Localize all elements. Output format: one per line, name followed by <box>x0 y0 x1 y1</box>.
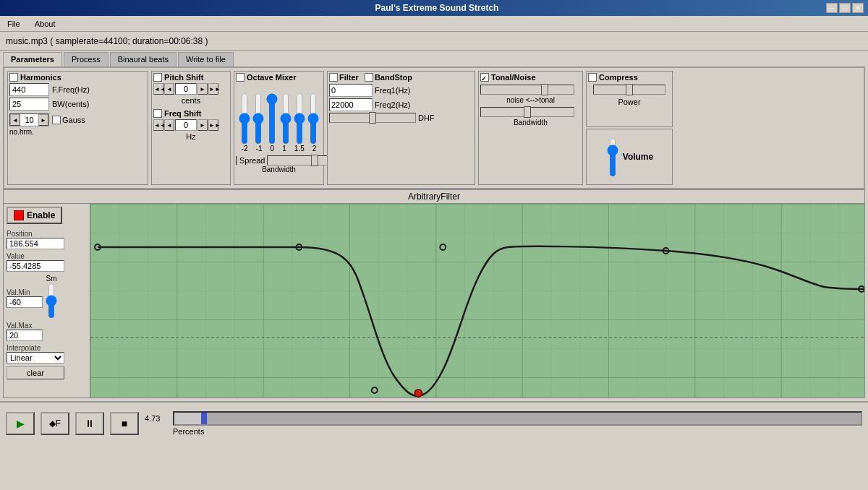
pitch-left-left-button[interactable]: ◄◄ <box>153 83 163 95</box>
file-info: music.mp3 ( samplerate=44100; duration=0… <box>0 32 868 51</box>
valmin-label: Val.Min <box>7 288 43 296</box>
window-title: Paul's Extreme Sound Stretch <box>48 3 826 13</box>
progress-label: Percents <box>145 427 862 436</box>
octave-label-2: 2 <box>312 145 317 152</box>
freqshift-unit: Hz <box>153 132 229 141</box>
transport-bar: ▶ ◆F ⏸ ■ 4.73 Percents <box>0 401 868 444</box>
compress-power-label: Power <box>588 98 671 106</box>
arbitrary-filter-panel: ArbitraryFilter Enable Position 186.554 … <box>3 189 865 398</box>
bandstop-label: BandStop <box>375 73 412 82</box>
volume-slider[interactable] <box>605 137 620 177</box>
valmin-sm-slider[interactable] <box>46 283 57 319</box>
count-down-button[interactable]: ◄ <box>10 114 20 126</box>
bandstop-checkbox[interactable] <box>365 73 373 82</box>
pitch-checkbox[interactable] <box>153 73 162 82</box>
tab-parameters[interactable]: Parameters <box>3 52 62 66</box>
harmonics-count-value: 10 <box>20 116 38 124</box>
af-graph-svg <box>90 204 864 397</box>
freq1-input[interactable] <box>329 84 373 97</box>
freqshift-left-button[interactable]: ◄ <box>164 119 174 131</box>
valmax-input[interactable] <box>7 330 43 341</box>
noise-tonal-label: noise <-->tonal <box>480 96 581 104</box>
harmonics-section: Harmonics F.Freq(Hz) BW(cents) ◄ 10 ► Ga… <box>7 71 148 185</box>
dhf-label: DHF <box>418 113 435 122</box>
gauss-check[interactable]: Gauss <box>52 116 85 124</box>
pitch-unit: cents <box>153 96 229 105</box>
tonal-noise-slider[interactable] <box>480 85 574 95</box>
freqshift-checkbox[interactable] <box>153 109 162 118</box>
play-button[interactable]: ▶ <box>6 412 35 435</box>
filter-label: Filter <box>339 73 359 82</box>
progress-area: 4.73 Percents <box>145 411 862 436</box>
forward-icon: ◆F <box>49 418 61 429</box>
compress-slider[interactable] <box>593 85 665 95</box>
tab-bar: Parameters Process Binaural beats Write … <box>0 51 868 66</box>
octave-slider-neg1[interactable] <box>252 93 264 145</box>
octave-slider-0[interactable] <box>266 93 278 145</box>
clear-button[interactable]: clear <box>7 366 64 379</box>
dhf-slider[interactable] <box>329 113 416 123</box>
enable-button[interactable]: Enable <box>7 207 62 224</box>
tab-write[interactable]: Write to file <box>178 52 234 66</box>
freq2-label: Freq2(Hz) <box>375 100 411 109</box>
octave-slider-neg2[interactable] <box>239 93 250 145</box>
stop-button[interactable]: ■ <box>110 412 139 435</box>
harmonics-checkbox[interactable] <box>9 73 18 82</box>
harmonics-bw-input[interactable] <box>9 98 49 111</box>
octave-slider-1[interactable] <box>280 93 292 145</box>
compress-checkbox[interactable] <box>588 73 597 82</box>
gauss-checkbox[interactable] <box>52 116 61 124</box>
filter-checkbox[interactable] <box>329 73 338 82</box>
pitch-right-right-button[interactable]: ►► <box>208 83 218 95</box>
volume-section: Volume <box>586 129 673 185</box>
octave-slider-2[interactable] <box>307 93 319 145</box>
value-value: -55.4285 <box>7 260 64 272</box>
freqshift-left-left-button[interactable]: ◄◄ <box>153 119 163 131</box>
enable-indicator <box>14 210 24 220</box>
progress-bar[interactable] <box>173 411 862 426</box>
parameters-panel: Harmonics F.Freq(Hz) BW(cents) ◄ 10 ► Ga… <box>3 66 865 189</box>
minimize-button[interactable]: ─ <box>826 3 838 13</box>
freqshift-right-right-button[interactable]: ►► <box>208 119 218 131</box>
octave-slider-1-5[interactable] <box>294 93 305 145</box>
stop-icon: ■ <box>122 418 127 429</box>
tonal-bandwidth-label: Bandwidth <box>480 119 581 126</box>
progress-thumb <box>201 413 207 424</box>
interpolate-select[interactable]: Linear Cosine Cubic <box>7 352 64 364</box>
count-up-button[interactable]: ► <box>38 114 48 126</box>
tab-binaural[interactable]: Binaural beats <box>110 52 176 66</box>
progress-value: 4.73 <box>145 414 170 423</box>
titlebar: Paul's Extreme Sound Stretch ─ □ ✕ <box>0 0 868 16</box>
close-button[interactable]: ✕ <box>852 3 864 13</box>
freqshift-value-input[interactable] <box>175 119 197 131</box>
forward-button[interactable]: ◆F <box>41 412 69 435</box>
pitch-value-input[interactable] <box>175 83 197 95</box>
menu-about[interactable]: About <box>30 18 60 30</box>
bandwidth-label: Bandwidth <box>236 166 322 173</box>
af-title: ArbitraryFilter <box>4 190 864 204</box>
menu-file[interactable]: File <box>3 18 25 30</box>
tonal-checkbox[interactable] <box>480 73 489 82</box>
valmin-input[interactable] <box>7 296 43 308</box>
pitch-left-button[interactable]: ◄ <box>164 83 174 95</box>
bandwidth-slider[interactable] <box>480 107 574 117</box>
octave-label-1: 1 <box>282 145 286 152</box>
octave-mixer-section: Octave Mixer -2 -1 0 <box>234 71 324 185</box>
tab-process[interactable]: Process <box>64 52 109 66</box>
freq2-input[interactable] <box>329 98 373 111</box>
spread-checkbox[interactable] <box>236 156 237 165</box>
freqshift-right-button[interactable]: ► <box>197 119 208 131</box>
tonal-section: Tonal/Noise noise <-->tonal Bandwidth <box>478 71 583 185</box>
value-label: Value <box>7 252 87 260</box>
harmonics-freq-input[interactable] <box>9 83 49 96</box>
valmax-label: Val.Max <box>7 322 87 330</box>
octave-label-neg1: -1 <box>256 145 263 152</box>
af-graph[interactable] <box>90 204 864 397</box>
pause-button[interactable]: ⏸ <box>75 412 104 435</box>
sm-label: Sm <box>46 275 57 283</box>
pitch-right-button[interactable]: ► <box>197 83 208 95</box>
freqshift-label: Freq Shift <box>164 109 201 118</box>
octave-checkbox[interactable] <box>236 73 244 82</box>
enable-label: Enable <box>27 210 55 220</box>
maximize-button[interactable]: □ <box>839 3 851 13</box>
